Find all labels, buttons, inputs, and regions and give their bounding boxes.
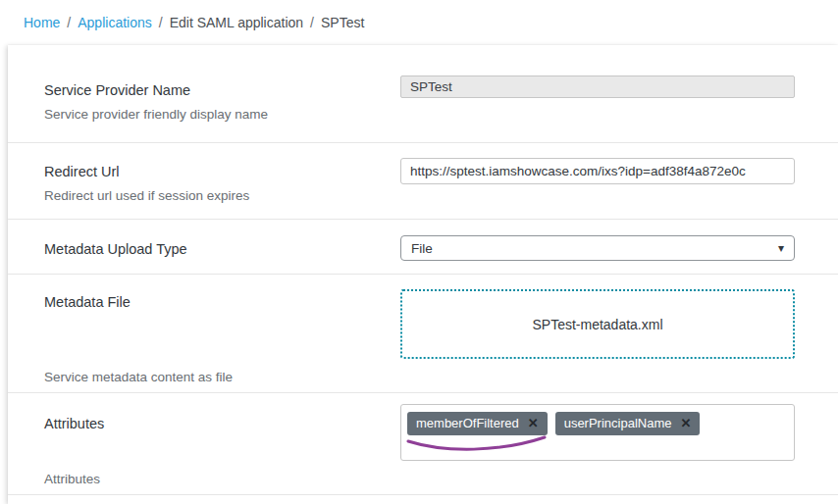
service-provider-name-labels: Service Provider Name Service provider f… xyxy=(44,76,268,122)
caret-down-icon: ▾ xyxy=(778,242,784,254)
metadata-upload-type-labels: Metadata Upload Type xyxy=(44,235,187,261)
field-row-metadata-file: Metadata File Service metadata content a… xyxy=(8,275,838,393)
breadcrumb-separator: / xyxy=(67,15,71,30)
attribute-chip: userPrincipalName ✕ xyxy=(555,412,701,435)
metadata-file-dropzone[interactable]: SPTest-metadata.xml xyxy=(400,289,795,359)
metadata-file-label: Metadata File xyxy=(44,294,233,310)
breadcrumb-item-edit-saml-application: Edit SAML application xyxy=(170,15,303,30)
close-icon[interactable]: ✕ xyxy=(680,416,691,431)
edit-saml-application-form: Service Provider Name Service provider f… xyxy=(8,45,838,504)
metadata-upload-type-selected-value: File xyxy=(411,241,433,256)
attributes-labels: Attributes Attributes xyxy=(44,404,104,486)
redirect-url-labels: Redirect Url Redirect url used if sessio… xyxy=(44,158,249,203)
attributes-field: memberOfFiltered ✕ userPrincipalName ✕ xyxy=(400,404,795,486)
metadata-upload-type-label: Metadata Upload Type xyxy=(44,241,187,257)
field-row-service-provider-name: Service Provider Name Service provider f… xyxy=(8,45,838,143)
metadata-file-sublabel: Service metadata content as file xyxy=(44,370,233,384)
service-provider-name-label: Service Provider Name xyxy=(44,82,268,98)
field-row-redirect-url: Redirect Url Redirect url used if sessio… xyxy=(8,143,838,220)
attribute-chip-label: userPrincipalName xyxy=(564,416,672,431)
metadata-upload-type-field: File ▾ xyxy=(400,235,795,261)
service-provider-name-field xyxy=(400,76,795,122)
breadcrumb-item-sptest: SPTest xyxy=(321,15,364,30)
attributes-input[interactable]: memberOfFiltered ✕ userPrincipalName ✕ xyxy=(400,404,795,461)
attribute-chip-label: memberOfFiltered xyxy=(416,416,519,431)
service-provider-name-sublabel: Service provider friendly display name xyxy=(44,107,268,122)
breadcrumb-separator: / xyxy=(159,15,163,30)
metadata-file-labels: Metadata File Service metadata content a… xyxy=(44,289,233,384)
redirect-url-input[interactable] xyxy=(400,158,795,184)
redirect-url-sublabel: Redirect url used if session expires xyxy=(44,188,249,203)
field-row-attributes: Attributes Attributes memberOfFiltered ✕… xyxy=(8,393,838,495)
field-row-metadata-upload-type: Metadata Upload Type File ▾ xyxy=(8,220,838,275)
metadata-upload-type-select[interactable]: File ▾ xyxy=(400,235,795,261)
close-icon[interactable]: ✕ xyxy=(528,416,539,431)
redirect-url-label: Redirect Url xyxy=(44,164,249,179)
breadcrumb-separator: / xyxy=(310,15,314,30)
attributes-label: Attributes xyxy=(44,416,104,431)
metadata-file-filename: SPTest-metadata.xml xyxy=(532,317,662,332)
breadcrumb-link-applications[interactable]: Applications xyxy=(78,15,152,30)
attribute-chip: memberOfFiltered ✕ xyxy=(407,412,548,435)
breadcrumb: Home / Applications / Edit SAML applicat… xyxy=(0,0,838,45)
service-provider-name-input[interactable] xyxy=(400,76,795,98)
redirect-url-field xyxy=(400,158,795,203)
metadata-file-field: SPTest-metadata.xml xyxy=(400,289,795,384)
attributes-sublabel: Attributes xyxy=(44,472,104,486)
breadcrumb-link-home[interactable]: Home xyxy=(24,15,60,30)
